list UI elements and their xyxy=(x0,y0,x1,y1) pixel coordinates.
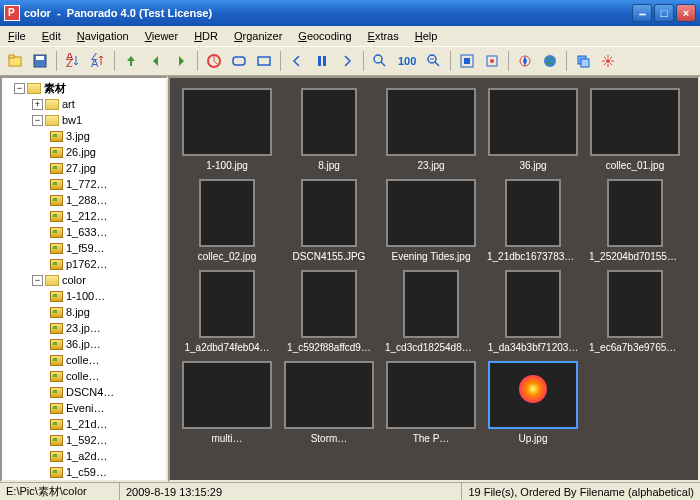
thumb-label: 23.jpg xyxy=(417,160,444,171)
tree-node[interactable]: 27.jpg xyxy=(4,160,164,176)
tree-node[interactable]: 1_a2d… xyxy=(4,448,164,464)
tree-node[interactable]: 1_212… xyxy=(4,208,164,224)
open-file-icon[interactable] xyxy=(4,50,26,72)
tree-node[interactable]: −素材 xyxy=(4,80,164,96)
close-button[interactable]: × xyxy=(676,4,696,22)
thumbnail[interactable]: Up.jpg xyxy=(486,361,580,444)
thumbnail[interactable]: 1_c592f88affcd9… xyxy=(282,270,376,353)
thumbnail[interactable]: DSCN4155.JPG xyxy=(282,179,376,262)
menu-hdr[interactable]: HDR xyxy=(190,28,222,44)
tree-node[interactable]: −bw1 xyxy=(4,112,164,128)
zoom-fit-icon[interactable] xyxy=(423,50,445,72)
tree-node[interactable]: 8.jpg xyxy=(4,304,164,320)
menu-file[interactable]: File xyxy=(4,28,30,44)
save-icon[interactable] xyxy=(29,50,51,72)
thumbnail[interactable]: 1_cd3cd18254d83… xyxy=(384,270,478,353)
menu-edit[interactable]: Edit xyxy=(38,28,65,44)
fullscreen-icon[interactable] xyxy=(456,50,478,72)
thumbnail[interactable]: 1_ec6a7b3e9765b… xyxy=(588,270,682,353)
menu-viewer[interactable]: Viewer xyxy=(141,28,182,44)
tree-node[interactable]: 1_633… xyxy=(4,224,164,240)
sort-za-icon[interactable]: ZA xyxy=(87,50,109,72)
thumb-image xyxy=(590,88,680,156)
menu-help[interactable]: Help xyxy=(411,28,442,44)
compass-icon[interactable] xyxy=(514,50,536,72)
tree-node[interactable]: p1762… xyxy=(4,256,164,272)
thumb-label: 1_a2dbd74feb04… xyxy=(184,342,269,353)
thumb-label: Up.jpg xyxy=(519,433,548,444)
thumb-label: Evening Tides.jpg xyxy=(392,251,471,262)
thumbnail[interactable]: 1_25204bd70155c… xyxy=(588,179,682,262)
tree-node[interactable]: colle… xyxy=(4,368,164,384)
maximize-button[interactable]: □ xyxy=(654,4,674,22)
menu-navigation[interactable]: Navigation xyxy=(73,28,133,44)
tree-node[interactable]: 1_c59… xyxy=(4,464,164,480)
thumb-label: 1-100.jpg xyxy=(206,160,248,171)
svg-text:A: A xyxy=(91,57,99,69)
tree-node[interactable]: −color xyxy=(4,272,164,288)
tree-node[interactable]: colle… xyxy=(4,352,164,368)
tree-node[interactable]: 26.jpg xyxy=(4,144,164,160)
menu-extras[interactable]: Extras xyxy=(364,28,403,44)
thumbnail[interactable]: 1-100.jpg xyxy=(180,88,274,171)
tree-node[interactable]: +art xyxy=(4,96,164,112)
nav-forward-icon[interactable] xyxy=(170,50,192,72)
nav-back-icon[interactable] xyxy=(145,50,167,72)
thumbnail[interactable]: 8.jpg xyxy=(282,88,376,171)
thumbnail[interactable]: Evening Tides.jpg xyxy=(384,179,478,262)
svg-point-13 xyxy=(374,55,382,63)
thumb-label: 1_ec6a7b3e9765b… xyxy=(589,342,681,353)
window-title: color - Panorado 4.0 (Test License) xyxy=(24,7,632,19)
tree-node[interactable]: 1_772… xyxy=(4,176,164,192)
thumbnail[interactable]: 1_a2dbd74feb04… xyxy=(180,270,274,353)
menu-organizer[interactable]: Organizer xyxy=(230,28,286,44)
thumbnail[interactable]: The P… xyxy=(384,361,478,444)
thumb-image xyxy=(301,88,357,156)
thumbnail[interactable]: collec_02.jpg xyxy=(180,179,274,262)
pause-icon[interactable] xyxy=(311,50,333,72)
thumb-image xyxy=(386,361,476,429)
center-icon[interactable] xyxy=(481,50,503,72)
tree-node[interactable]: 1_288… xyxy=(4,192,164,208)
thumbnail[interactable]: multi… xyxy=(180,361,274,444)
tree-node[interactable]: 3.jpg xyxy=(4,128,164,144)
zoom-icon[interactable] xyxy=(369,50,391,72)
layers-icon[interactable] xyxy=(572,50,594,72)
minimize-button[interactable]: ‒ xyxy=(632,4,652,22)
thumbnail-gallery[interactable]: 1-100.jpg8.jpg23.jpg36.jpgcollec_01.jpgc… xyxy=(168,76,700,482)
menu-geocoding[interactable]: Geocoding xyxy=(294,28,355,44)
thumb-image xyxy=(505,179,561,247)
thumbnail[interactable]: 36.jpg xyxy=(486,88,580,171)
tree-node[interactable]: 1_f59… xyxy=(4,240,164,256)
tree-node[interactable]: 1_592… xyxy=(4,432,164,448)
tree-node[interactable]: 23.jp… xyxy=(4,320,164,336)
thumb-image xyxy=(199,179,255,247)
tree-node[interactable]: Eveni… xyxy=(4,400,164,416)
nav-up-icon[interactable] xyxy=(120,50,142,72)
thumbnail[interactable]: Storm… xyxy=(282,361,376,444)
sort-az-icon[interactable]: AZ xyxy=(62,50,84,72)
thumbnail[interactable]: 1_21dbc16737836… xyxy=(486,179,580,262)
tree-node[interactable]: 1-100… xyxy=(4,288,164,304)
last-icon[interactable] xyxy=(336,50,358,72)
thumbnail[interactable]: collec_01.jpg xyxy=(588,88,682,171)
thumb-image xyxy=(488,361,578,429)
tree-node[interactable]: 1_21d… xyxy=(4,416,164,432)
status-time: 2009-8-19 13:15:29 xyxy=(120,483,462,500)
first-icon[interactable] xyxy=(286,50,308,72)
thumbnail[interactable]: 23.jpg xyxy=(384,88,478,171)
thumb-image xyxy=(386,88,476,156)
svg-text:Z: Z xyxy=(66,57,73,69)
globe-icon[interactable] xyxy=(539,50,561,72)
thumb-label: Storm… xyxy=(311,433,348,444)
flat-view-icon[interactable] xyxy=(253,50,275,72)
folder-tree[interactable]: −素材+art−bw13.jpg26.jpg27.jpg1_772…1_288…… xyxy=(0,76,168,482)
burst-icon[interactable] xyxy=(597,50,619,72)
pano-view-icon[interactable] xyxy=(228,50,250,72)
tree-node[interactable]: DSCN4… xyxy=(4,384,164,400)
thumbnail[interactable]: 1_da34b3bf71203… xyxy=(486,270,580,353)
thumb-label: 8.jpg xyxy=(318,160,340,171)
tree-node[interactable]: 36.jp… xyxy=(4,336,164,352)
stop-icon[interactable] xyxy=(203,50,225,72)
svg-rect-22 xyxy=(581,59,589,67)
